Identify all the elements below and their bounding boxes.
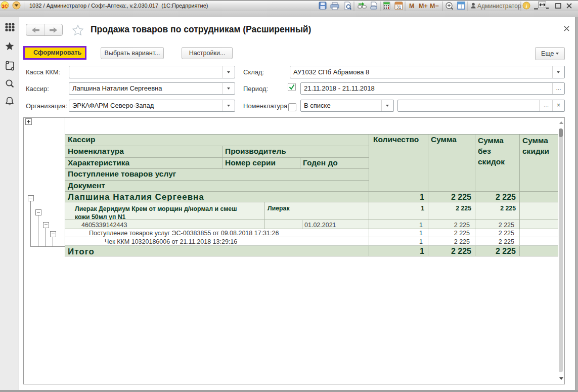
svg-text:M+: M+ bbox=[419, 3, 428, 10]
svg-text:Администратор: Администратор bbox=[477, 3, 521, 10]
svg-text:M: M bbox=[409, 3, 414, 10]
svg-text:1С: 1С bbox=[2, 3, 8, 9]
svg-text:M−: M− bbox=[430, 3, 439, 10]
svg-text:31: 31 bbox=[396, 5, 402, 10]
